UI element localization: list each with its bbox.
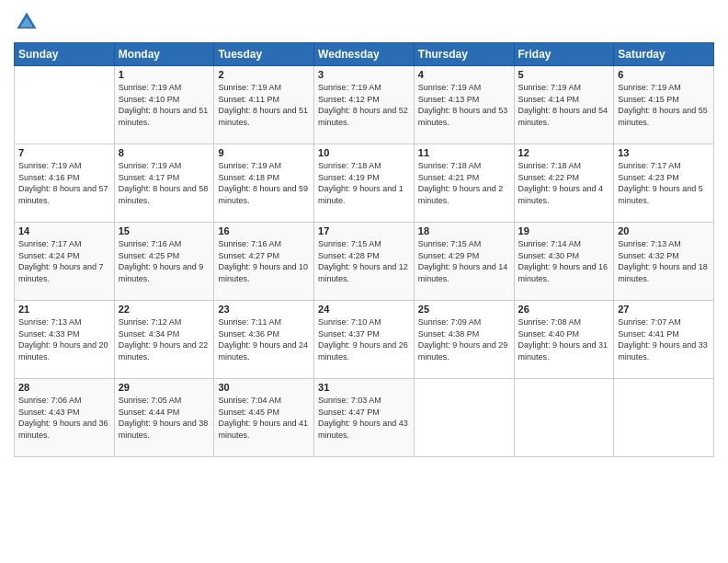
day-number: 17 xyxy=(318,225,410,236)
day-cell: 4Sunrise: 7:19 AMSunset: 4:13 PMDaylight… xyxy=(414,66,514,144)
logo-icon xyxy=(14,9,40,35)
day-info: Sunrise: 7:19 AMSunset: 4:14 PMDaylight:… xyxy=(518,82,610,128)
day-cell: 17Sunrise: 7:15 AMSunset: 4:28 PMDayligh… xyxy=(314,223,415,301)
day-number: 21 xyxy=(18,304,110,315)
day-info: Sunrise: 7:17 AMSunset: 4:23 PMDaylight:… xyxy=(618,160,710,206)
col-header-sunday: Sunday xyxy=(15,43,115,66)
day-cell: 20Sunrise: 7:13 AMSunset: 4:32 PMDayligh… xyxy=(614,223,714,301)
day-number: 4 xyxy=(418,69,510,80)
day-cell: 5Sunrise: 7:19 AMSunset: 4:14 PMDaylight… xyxy=(514,66,614,144)
day-number: 7 xyxy=(18,147,110,158)
day-info: Sunrise: 7:19 AMSunset: 4:13 PMDaylight:… xyxy=(418,82,510,128)
day-info: Sunrise: 7:09 AMSunset: 4:38 PMDaylight:… xyxy=(418,316,510,362)
day-cell: 23Sunrise: 7:11 AMSunset: 4:36 PMDayligh… xyxy=(214,301,314,379)
day-cell: 21Sunrise: 7:13 AMSunset: 4:33 PMDayligh… xyxy=(15,301,115,379)
calendar-table: SundayMondayTuesdayWednesdayThursdayFrid… xyxy=(14,42,714,457)
col-header-thursday: Thursday xyxy=(414,43,514,66)
day-info: Sunrise: 7:19 AMSunset: 4:17 PMDaylight:… xyxy=(119,160,210,206)
day-cell: 14Sunrise: 7:17 AMSunset: 4:24 PMDayligh… xyxy=(15,223,115,301)
day-info: Sunrise: 7:10 AMSunset: 4:37 PMDaylight:… xyxy=(318,316,410,362)
day-cell: 12Sunrise: 7:18 AMSunset: 4:22 PMDayligh… xyxy=(514,144,614,223)
day-number: 19 xyxy=(518,225,610,236)
day-cell xyxy=(514,379,614,457)
day-info: Sunrise: 7:19 AMSunset: 4:11 PMDaylight:… xyxy=(218,82,310,128)
day-cell: 11Sunrise: 7:18 AMSunset: 4:21 PMDayligh… xyxy=(414,144,514,223)
day-info: Sunrise: 7:12 AMSunset: 4:34 PMDaylight:… xyxy=(119,316,210,362)
day-number: 11 xyxy=(418,147,510,158)
day-info: Sunrise: 7:15 AMSunset: 4:29 PMDaylight:… xyxy=(418,238,510,284)
day-cell: 2Sunrise: 7:19 AMSunset: 4:11 PMDaylight… xyxy=(214,66,314,144)
day-cell: 22Sunrise: 7:12 AMSunset: 4:34 PMDayligh… xyxy=(114,301,214,379)
day-cell xyxy=(614,379,714,457)
day-number: 1 xyxy=(119,69,210,80)
day-info: Sunrise: 7:19 AMSunset: 4:10 PMDaylight:… xyxy=(119,82,210,128)
day-info: Sunrise: 7:15 AMSunset: 4:28 PMDaylight:… xyxy=(318,238,410,284)
day-cell: 9Sunrise: 7:19 AMSunset: 4:18 PMDaylight… xyxy=(214,144,314,223)
day-number: 28 xyxy=(18,382,110,393)
day-number: 25 xyxy=(418,304,510,315)
day-cell: 26Sunrise: 7:08 AMSunset: 4:40 PMDayligh… xyxy=(514,301,614,379)
day-info: Sunrise: 7:18 AMSunset: 4:21 PMDaylight:… xyxy=(418,160,510,206)
day-cell: 10Sunrise: 7:18 AMSunset: 4:19 PMDayligh… xyxy=(314,144,415,223)
day-info: Sunrise: 7:16 AMSunset: 4:27 PMDaylight:… xyxy=(218,238,310,284)
day-cell: 30Sunrise: 7:04 AMSunset: 4:45 PMDayligh… xyxy=(214,379,314,457)
day-info: Sunrise: 7:04 AMSunset: 4:45 PMDaylight:… xyxy=(218,395,310,441)
day-cell: 29Sunrise: 7:05 AMSunset: 4:44 PMDayligh… xyxy=(114,379,214,457)
col-header-monday: Monday xyxy=(114,43,214,66)
day-number: 5 xyxy=(518,69,610,80)
day-info: Sunrise: 7:08 AMSunset: 4:40 PMDaylight:… xyxy=(518,316,610,362)
week-row-1: 7Sunrise: 7:19 AMSunset: 4:16 PMDaylight… xyxy=(15,144,714,223)
day-info: Sunrise: 7:06 AMSunset: 4:43 PMDaylight:… xyxy=(18,395,110,441)
day-number: 29 xyxy=(119,382,210,393)
day-number: 24 xyxy=(318,304,410,315)
col-header-wednesday: Wednesday xyxy=(314,43,415,66)
header-row: SundayMondayTuesdayWednesdayThursdayFrid… xyxy=(15,43,714,66)
col-header-friday: Friday xyxy=(514,43,614,66)
header xyxy=(14,9,714,35)
day-cell: 24Sunrise: 7:10 AMSunset: 4:37 PMDayligh… xyxy=(314,301,415,379)
day-info: Sunrise: 7:19 AMSunset: 4:12 PMDaylight:… xyxy=(318,82,410,128)
day-info: Sunrise: 7:17 AMSunset: 4:24 PMDaylight:… xyxy=(18,238,110,284)
day-number: 6 xyxy=(618,69,710,80)
day-number: 9 xyxy=(218,147,310,158)
day-number: 27 xyxy=(618,304,710,315)
calendar-container: SundayMondayTuesdayWednesdayThursdayFrid… xyxy=(0,0,728,563)
day-info: Sunrise: 7:19 AMSunset: 4:18 PMDaylight:… xyxy=(218,160,310,206)
day-number: 14 xyxy=(18,225,110,236)
day-info: Sunrise: 7:03 AMSunset: 4:47 PMDaylight:… xyxy=(318,395,410,441)
day-cell: 7Sunrise: 7:19 AMSunset: 4:16 PMDaylight… xyxy=(15,144,115,223)
day-info: Sunrise: 7:11 AMSunset: 4:36 PMDaylight:… xyxy=(218,316,310,362)
day-info: Sunrise: 7:19 AMSunset: 4:15 PMDaylight:… xyxy=(618,82,710,128)
day-info: Sunrise: 7:19 AMSunset: 4:16 PMDaylight:… xyxy=(18,160,110,206)
day-number: 31 xyxy=(318,382,410,393)
day-number: 13 xyxy=(618,147,710,158)
col-header-saturday: Saturday xyxy=(614,43,714,66)
week-row-3: 21Sunrise: 7:13 AMSunset: 4:33 PMDayligh… xyxy=(15,301,714,379)
day-cell: 15Sunrise: 7:16 AMSunset: 4:25 PMDayligh… xyxy=(114,223,214,301)
day-cell: 16Sunrise: 7:16 AMSunset: 4:27 PMDayligh… xyxy=(214,223,314,301)
day-cell: 31Sunrise: 7:03 AMSunset: 4:47 PMDayligh… xyxy=(314,379,415,457)
day-cell: 27Sunrise: 7:07 AMSunset: 4:41 PMDayligh… xyxy=(614,301,714,379)
day-info: Sunrise: 7:13 AMSunset: 4:33 PMDaylight:… xyxy=(18,316,110,362)
day-number: 18 xyxy=(418,225,510,236)
day-cell: 6Sunrise: 7:19 AMSunset: 4:15 PMDaylight… xyxy=(614,66,714,144)
day-number: 10 xyxy=(318,147,410,158)
day-cell xyxy=(15,66,115,144)
logo xyxy=(14,9,43,35)
day-cell: 8Sunrise: 7:19 AMSunset: 4:17 PMDaylight… xyxy=(114,144,214,223)
day-number: 8 xyxy=(119,147,210,158)
day-cell: 1Sunrise: 7:19 AMSunset: 4:10 PMDaylight… xyxy=(114,66,214,144)
day-info: Sunrise: 7:13 AMSunset: 4:32 PMDaylight:… xyxy=(618,238,710,284)
week-row-4: 28Sunrise: 7:06 AMSunset: 4:43 PMDayligh… xyxy=(15,379,714,457)
week-row-0: 1Sunrise: 7:19 AMSunset: 4:10 PMDaylight… xyxy=(15,66,714,144)
day-cell: 18Sunrise: 7:15 AMSunset: 4:29 PMDayligh… xyxy=(414,223,514,301)
day-number: 26 xyxy=(518,304,610,315)
day-info: Sunrise: 7:07 AMSunset: 4:41 PMDaylight:… xyxy=(618,316,710,362)
day-info: Sunrise: 7:16 AMSunset: 4:25 PMDaylight:… xyxy=(119,238,210,284)
day-info: Sunrise: 7:14 AMSunset: 4:30 PMDaylight:… xyxy=(518,238,610,284)
day-number: 12 xyxy=(518,147,610,158)
day-number: 20 xyxy=(618,225,710,236)
day-cell: 28Sunrise: 7:06 AMSunset: 4:43 PMDayligh… xyxy=(15,379,115,457)
day-number: 23 xyxy=(218,304,310,315)
day-number: 30 xyxy=(218,382,310,393)
